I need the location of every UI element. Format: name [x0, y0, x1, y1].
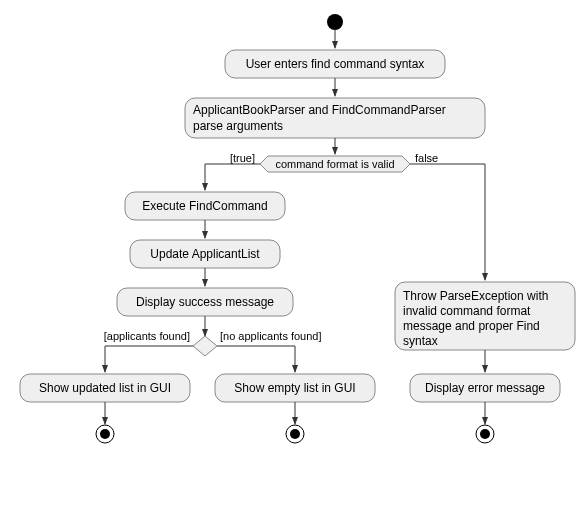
node-throw-l2: invalid command format [403, 304, 531, 318]
branch-notfound-label: [no applicants found] [220, 330, 322, 342]
branch-false-label: false [415, 152, 438, 164]
decision-found [193, 336, 217, 356]
node-success-label: Display success message [136, 295, 274, 309]
decision-valid-label: command format is valid [275, 158, 394, 170]
edge [205, 164, 260, 190]
activity-diagram: User enters find command syntax Applican… [10, 10, 577, 516]
node-parse-l2: parse arguments [193, 119, 283, 133]
edge [217, 346, 295, 372]
svg-point-1 [290, 429, 300, 439]
svg-point-2 [480, 429, 490, 439]
svg-point-0 [100, 429, 110, 439]
node-error-label: Display error message [425, 381, 545, 395]
branch-true-label: [true] [230, 152, 255, 164]
node-update-label: Update ApplicantList [150, 247, 260, 261]
node-parse-l1: ApplicantBookParser and FindCommandParse… [193, 103, 446, 117]
node-throw-l1: Throw ParseException with [403, 289, 548, 303]
node-throw-l4: syntax [403, 334, 438, 348]
node-showempty-label: Show empty list in GUI [234, 381, 355, 395]
node-execute-label: Execute FindCommand [142, 199, 267, 213]
start-node [327, 14, 343, 30]
node-showlist-label: Show updated list in GUI [39, 381, 171, 395]
edge [410, 164, 485, 280]
edge [105, 346, 193, 372]
node-enter-label: User enters find command syntax [246, 57, 425, 71]
branch-found-label: [applicants found] [104, 330, 190, 342]
node-throw-l3: message and proper Find [403, 319, 540, 333]
